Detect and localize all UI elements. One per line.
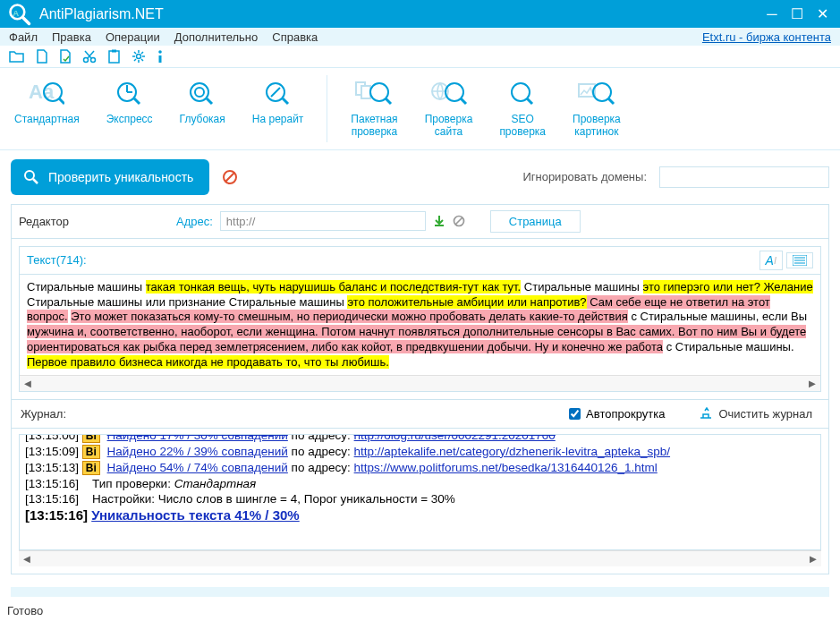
- broom-icon: [699, 407, 713, 420]
- journal-header: Журнал: Автопрокрутка Очистить журнал: [12, 399, 828, 429]
- close-button[interactable]: ✕: [811, 4, 833, 25]
- journal-scrollbar[interactable]: ◄ ►: [19, 550, 821, 566]
- app-logo-icon: A: [7, 2, 32, 27]
- svg-line-40: [225, 173, 234, 182]
- ignore-domains-label: Игнорировать домены:: [522, 170, 647, 183]
- menubar: Файл Правка Операции Дополнительно Справ…: [0, 28, 840, 46]
- svg-line-42: [455, 217, 462, 225]
- titlebar: A AntiPlagiarism.NET ─ ☐ ✕: [0, 0, 840, 28]
- svg-point-10: [158, 50, 162, 54]
- svg-point-19: [191, 83, 208, 101]
- svg-line-23: [271, 88, 280, 97]
- info-icon[interactable]: [157, 49, 164, 64]
- check-uniqueness-button[interactable]: Проверить уникальность: [11, 159, 209, 195]
- block-small-icon[interactable]: [453, 215, 465, 227]
- svg-point-20: [195, 88, 204, 97]
- layout-button[interactable]: [786, 252, 813, 268]
- svg-line-18: [134, 98, 140, 104]
- text-box: Текст(714): AI Стиральные машины такая т…: [19, 246, 821, 392]
- menu-operations[interactable]: Операции: [106, 30, 160, 44]
- svg-line-1: [23, 17, 30, 23]
- download-icon[interactable]: [433, 215, 445, 227]
- ignore-domains-input[interactable]: [659, 166, 829, 188]
- svg-line-28: [386, 98, 391, 104]
- settings-icon[interactable]: [132, 49, 146, 64]
- maximize-button[interactable]: ☐: [786, 4, 808, 25]
- journal-row: [13:15:16] Настройки: Число слов в шингл…: [25, 491, 815, 506]
- app-title: AntiPlagiarism.NET: [39, 6, 164, 22]
- toolbar-big: Aa Стандартная Экспресс Глубокая На рера…: [0, 68, 840, 150]
- journal-link[interactable]: Найдено 22% / 39% совпадений: [107, 445, 288, 458]
- toolbar-small: [0, 46, 840, 68]
- scroll-left-icon[interactable]: ◄: [20, 377, 36, 390]
- statusbar: Готово: [0, 600, 840, 621]
- menu-edit[interactable]: Правка: [52, 30, 91, 44]
- mode-deep[interactable]: Глубокая: [174, 75, 231, 142]
- journal-row: [13:15:09] Bi Найдено 22% / 39% совпаден…: [25, 444, 815, 460]
- tab-page[interactable]: Страница: [490, 210, 581, 233]
- text-scrollbar[interactable]: ◄ ►: [20, 375, 820, 391]
- statusbar-progress: [11, 587, 829, 597]
- menu-help[interactable]: Справка: [272, 30, 318, 44]
- scroll-right-icon[interactable]: ►: [805, 552, 821, 566]
- check-row: Проверить уникальность Игнорировать доме…: [0, 150, 840, 204]
- journal-url[interactable]: http://aptekalife.net/category/dzhenerik…: [354, 445, 670, 458]
- address-label: Адрес:: [176, 215, 213, 228]
- svg-line-24: [283, 98, 288, 104]
- new-icon[interactable]: [36, 49, 48, 64]
- minimize-button[interactable]: ─: [761, 4, 783, 25]
- svg-point-3: [84, 58, 89, 63]
- clear-journal-button[interactable]: Очистить журнал: [692, 405, 819, 422]
- svg-line-14: [59, 98, 64, 104]
- svg-line-38: [33, 179, 38, 183]
- uniqueness-result-link[interactable]: Уникальность текста 41% / 30%: [91, 507, 300, 523]
- svg-rect-11: [159, 55, 162, 63]
- svg-line-31: [461, 98, 466, 104]
- svg-line-33: [527, 98, 532, 104]
- journal-url[interactable]: https://www.politforums.net/besedka/1316…: [354, 461, 658, 474]
- etxt-link[interactable]: Etxt.ru - биржа контента: [702, 30, 831, 44]
- journal-link[interactable]: Найдено 54% / 74% совпадений: [107, 461, 288, 474]
- search-icon: [23, 169, 39, 185]
- block-icon[interactable]: [222, 169, 238, 185]
- svg-point-4: [91, 58, 96, 63]
- svg-point-37: [25, 171, 34, 180]
- paste-icon[interactable]: [107, 49, 121, 64]
- mode-site[interactable]: Проверка сайта: [420, 75, 479, 142]
- mode-seo[interactable]: SEO проверка: [494, 75, 551, 142]
- scroll-right-icon[interactable]: ►: [804, 377, 820, 390]
- mode-images[interactable]: Проверка картинок: [567, 75, 626, 142]
- menu-file[interactable]: Файл: [9, 30, 38, 44]
- font-size-button[interactable]: AI: [759, 251, 783, 270]
- text-count-label: Текст(714):: [27, 253, 87, 267]
- menu-additional[interactable]: Дополнительно: [174, 30, 259, 44]
- open-icon[interactable]: [9, 49, 25, 64]
- svg-rect-8: [112, 50, 116, 53]
- cut-icon[interactable]: [82, 49, 97, 64]
- mode-standard[interactable]: Aa Стандартная: [9, 75, 85, 142]
- editor-title: Редактор: [19, 215, 69, 228]
- journal-title: Журнал:: [21, 407, 66, 421]
- editor-panel: Редактор Адрес: Страница Текст(714): AI …: [11, 204, 829, 574]
- autoscroll-checkbox[interactable]: Автопрокрутка: [569, 407, 665, 421]
- journal-row: [13:15:16] Уникальность текста 41% / 30%: [25, 506, 815, 523]
- journal-row: [13:15:00] Bi Найдено 17% / 30% совпаден…: [25, 434, 815, 444]
- svg-point-9: [137, 55, 141, 59]
- svg-rect-7: [109, 51, 119, 63]
- text-content[interactable]: Стиральные машины такая тонкая вещь, чут…: [20, 275, 820, 375]
- scroll-left-icon[interactable]: ◄: [19, 552, 35, 566]
- svg-line-21: [207, 98, 212, 104]
- journal-body: [13:15:00] Bi Найдено 17% / 30% совпаден…: [19, 434, 821, 550]
- mode-express[interactable]: Экспресс: [101, 75, 158, 142]
- save-icon[interactable]: [59, 49, 72, 64]
- journal-row: [13:15:13] Bi Найдено 54% / 74% совпаден…: [25, 460, 815, 476]
- svg-line-36: [608, 98, 614, 104]
- address-input[interactable]: [220, 211, 426, 231]
- journal-row: [13:15:16] Тип проверки: Стандартная: [25, 476, 815, 491]
- svg-rect-26: [361, 86, 370, 98]
- mode-rewrite[interactable]: На рерайт: [247, 75, 310, 142]
- mode-batch[interactable]: Пакетная проверка: [345, 75, 403, 142]
- svg-text:A: A: [13, 7, 19, 17]
